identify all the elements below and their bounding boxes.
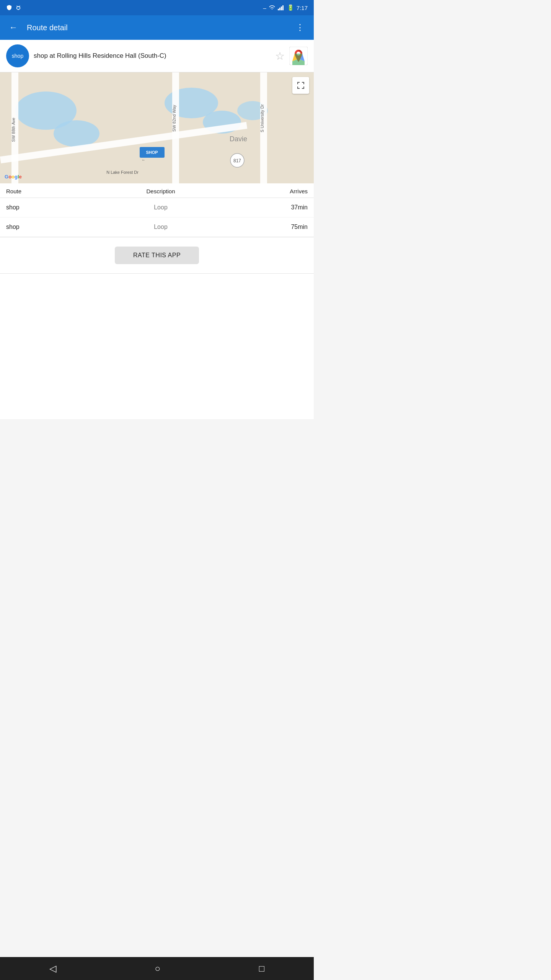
android-icon [15, 5, 21, 11]
time-display: 7:17 [297, 5, 308, 11]
row-1-description: Loop [52, 204, 269, 211]
toolbar: ← Route detail ⋮ [0, 15, 314, 40]
table-row: shop Loop 37min [0, 198, 314, 217]
signal-icon [278, 5, 285, 10]
svg-point-14 [54, 120, 99, 147]
svg-text:SW 88th Ave: SW 88th Ave [11, 118, 16, 142]
favorite-button[interactable]: ☆ [274, 48, 286, 64]
svg-text:S University Dr: S University Dr [260, 104, 264, 132]
svg-point-5 [19, 8, 19, 8]
svg-text:N Lake Forest Dr: N Lake Forest Dr [106, 170, 139, 175]
status-bar-left [6, 5, 21, 11]
column-route: Route [6, 188, 52, 194]
column-arrives: Arrives [269, 188, 308, 194]
content-area [0, 274, 314, 419]
svg-text:817: 817 [233, 158, 241, 163]
row-2-arrives: 75min [269, 224, 308, 230]
svg-text:SHOP: SHOP [146, 150, 158, 155]
google-logo: Google [5, 174, 22, 180]
svg-text:SW 82nd Way: SW 82nd Way [172, 105, 176, 132]
minus-icon: – [263, 5, 266, 11]
status-bar-right: – 🔋 7:17 [263, 4, 308, 11]
back-button[interactable]: ← [6, 20, 21, 36]
svg-rect-6 [278, 9, 279, 10]
more-options-button[interactable]: ⋮ [293, 20, 308, 36]
rate-app-button[interactable]: RATE THIS APP [115, 247, 199, 264]
row-1-route: shop [6, 204, 52, 211]
wifi-icon [269, 5, 276, 10]
row-2-route: shop [6, 224, 52, 230]
svg-rect-8 [281, 7, 282, 10]
svg-rect-7 [279, 8, 280, 10]
svg-rect-1 [17, 7, 20, 9]
svg-rect-3 [20, 7, 20, 9]
map-container: SW 88th Ave SW 82nd Way S University Dr … [0, 72, 314, 183]
column-description: Description [52, 188, 269, 194]
row-2-description: Loop [52, 224, 269, 230]
svg-text:Davie: Davie [230, 135, 247, 143]
rate-section: RATE THIS APP [0, 237, 314, 274]
status-bar: – 🔋 7:17 [0, 0, 314, 15]
location-title: shop at Rolling Hills Residence Hall (So… [34, 51, 269, 60]
shield-icon [6, 5, 12, 11]
routes-table: Route Description Arrives shop Loop 37mi… [0, 183, 314, 237]
header-card: shop shop at Rolling Hills Residence Hal… [0, 40, 314, 72]
svg-rect-2 [16, 7, 17, 9]
page-title: Route detail [27, 23, 287, 32]
header-actions: ☆ [274, 47, 308, 65]
shop-avatar: shop [6, 44, 29, 67]
expand-map-button[interactable] [292, 77, 309, 94]
avatar-text: shop [12, 53, 23, 59]
row-1-arrives: 37min [269, 204, 308, 211]
battery-icon: 🔋 [287, 4, 294, 11]
svg-point-4 [17, 8, 18, 8]
svg-rect-9 [282, 5, 284, 10]
map-view: SW 88th Ave SW 82nd Way S University Dr … [0, 72, 314, 183]
table-row: shop Loop 75min [0, 217, 314, 237]
maps-button[interactable] [289, 47, 308, 65]
svg-text:←: ← [142, 158, 145, 162]
table-header: Route Description Arrives [0, 183, 314, 198]
